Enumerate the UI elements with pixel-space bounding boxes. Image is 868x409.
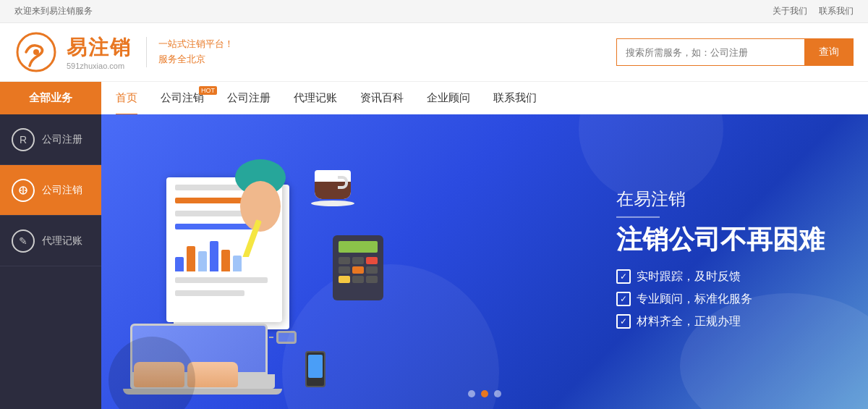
logo-area: 易注销 591zhuxiao.com 一站式注销平台！ 服务全北京: [14, 30, 234, 74]
slogan-line2: 服务全北京: [158, 52, 234, 67]
nav-all-services-button[interactable]: 全部业务: [0, 82, 101, 114]
hero-features: ✓ 实时跟踪，及时反馈 ✓ 专业顾问，标准化服务 ✓ 材料齐全，正规办理: [616, 269, 825, 329]
nav-link-registration[interactable]: 公司注册: [227, 82, 271, 115]
nav-link-home[interactable]: 首页: [116, 82, 137, 115]
sidebar-item-accounting[interactable]: ✎ 代理记账: [0, 216, 101, 266]
hot-badge: HOT: [199, 86, 217, 95]
hero-title: 注销公司不再困难: [616, 223, 825, 254]
search-input[interactable]: [616, 38, 804, 66]
logo-icon: [14, 30, 58, 74]
nav-link-cancellation[interactable]: 公司注销 HOT: [161, 82, 204, 115]
sidebar-item-registration[interactable]: R 公司注册: [0, 114, 101, 165]
check-icon-1: ✓: [616, 269, 631, 284]
carousel-dot-2[interactable]: [481, 390, 488, 397]
cancellation-icon: [12, 179, 35, 202]
calculator: [333, 235, 383, 300]
nav-link-info[interactable]: 资讯百科: [360, 82, 404, 115]
check-icon-3: ✓: [616, 314, 631, 329]
check-icon-2: ✓: [616, 292, 631, 306]
sidebar-item-accounting-label: 代理记账: [42, 235, 82, 248]
sidebar: R 公司注册 公司注销 ✎ 代理记账: [0, 114, 101, 409]
feature-2: ✓ 专业顾问，标准化服务: [616, 292, 825, 307]
nav-link-accounting[interactable]: 代理记账: [294, 82, 337, 115]
hero-text: 在易注销 注销公司不再困难 ✓ 实时跟踪，及时反馈 ✓ 专业顾问，标准化服务 ✓…: [616, 187, 825, 336]
phone: [305, 351, 326, 387]
header: 易注销 591zhuxiao.com 一站式注销平台！ 服务全北京 查询: [0, 23, 868, 81]
svg-point-1: [33, 49, 39, 55]
hero-banner: 在易注销 注销公司不再困难 ✓ 实时跟踪，及时反馈 ✓ 专业顾问，标准化服务 ✓…: [101, 114, 868, 409]
carousel-dots: [468, 390, 501, 397]
logo-text: 易注销 591zhuxiao.com: [67, 34, 132, 70]
coffee-cup: [311, 170, 354, 210]
accounting-icon: ✎: [12, 229, 35, 253]
slogan-line1: 一站式注销平台！: [158, 37, 234, 52]
sidebar-item-cancellation-label: 公司注销: [42, 184, 82, 197]
sidebar-item-cancellation[interactable]: 公司注销: [0, 165, 101, 216]
nav-bar: 全部业务 首页 公司注销 HOT 公司注册 代理记账 资讯百科 企业顾问 联系我…: [0, 81, 868, 114]
desk-scene: [123, 148, 412, 409]
logo-cn: 易注销: [67, 34, 132, 62]
nav-links: 首页 公司注销 HOT 公司注册 代理记账 资讯百科 企业顾问 联系我们: [101, 82, 551, 114]
main-area: R 公司注册 公司注销 ✎ 代理记账: [0, 114, 868, 409]
logo-en: 591zhuxiao.com: [67, 62, 132, 70]
carousel-dot-3[interactable]: [494, 390, 501, 397]
welcome-text: 欢迎来到易注销服务: [14, 5, 93, 17]
hand-writing: [224, 156, 297, 260]
carousel-dot-1[interactable]: [468, 390, 475, 397]
top-bar: 欢迎来到易注销服务 关于我们 联系我们: [0, 0, 868, 23]
hero-divider: [616, 216, 660, 217]
search-button[interactable]: 查询: [804, 38, 854, 66]
registration-icon: R: [12, 128, 35, 151]
about-link[interactable]: 关于我们: [773, 5, 807, 17]
hero-illustration: [116, 134, 420, 409]
search-area: 查询: [616, 38, 854, 66]
contact-link[interactable]: 联系我们: [819, 5, 854, 17]
sidebar-item-registration-label: 公司注册: [42, 133, 82, 146]
feature-1: ✓ 实时跟踪，及时反馈: [616, 269, 825, 284]
hero-subtitle: 在易注销: [616, 187, 825, 210]
logo-slogan: 一站式注销平台！ 服务全北京: [146, 37, 234, 67]
nav-link-consulting[interactable]: 企业顾问: [427, 82, 470, 115]
top-bar-right: 关于我们 联系我们: [773, 5, 854, 17]
nav-link-contact[interactable]: 联系我们: [493, 82, 537, 115]
feature-3: ✓ 材料齐全，正规办理: [616, 314, 825, 329]
